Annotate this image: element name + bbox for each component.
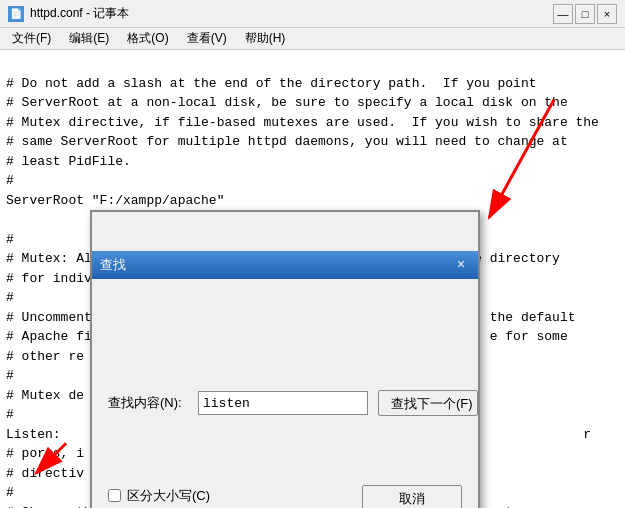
dialog-title-text: 查找 <box>100 255 126 275</box>
case-sensitive-checkbox[interactable] <box>108 489 121 502</box>
dialog-title-bar: 查找 × <box>92 251 478 279</box>
close-button[interactable]: × <box>597 4 617 24</box>
search-row: 查找内容(N): 查找下一个(F) <box>108 390 462 416</box>
find-dialog: 查找 × 查找内容(N): 查找下一个(F) 区分大小写(C) 取消 方向 <box>90 210 480 508</box>
menu-help[interactable]: 帮助(H) <box>237 28 294 49</box>
search-label: 查找内容(N): <box>108 393 198 413</box>
dialog-body: 查找内容(N): 查找下一个(F) 区分大小写(C) 取消 方向 向上(U) <box>92 318 478 509</box>
menu-edit[interactable]: 编辑(E) <box>61 28 117 49</box>
window-controls[interactable]: — □ × <box>553 4 617 24</box>
maximize-button[interactable]: □ <box>575 4 595 24</box>
dialog-close-button[interactable]: × <box>452 256 470 274</box>
title-bar: 📄 httpd.conf - 记事本 — □ × <box>0 0 625 28</box>
app-icon: 📄 <box>8 6 24 22</box>
minimize-button[interactable]: — <box>553 4 573 24</box>
menu-format[interactable]: 格式(O) <box>119 28 176 49</box>
case-sensitive-row: 区分大小写(C) <box>108 486 210 506</box>
case-sensitive-label: 区分大小写(C) <box>127 486 210 506</box>
menu-bar: 文件(F) 编辑(E) 格式(O) 查看(V) 帮助(H) <box>0 28 625 50</box>
menu-view[interactable]: 查看(V) <box>179 28 235 49</box>
window-title: httpd.conf - 记事本 <box>30 5 553 22</box>
cancel-button[interactable]: 取消 <box>362 485 462 509</box>
menu-file[interactable]: 文件(F) <box>4 28 59 49</box>
find-next-button[interactable]: 查找下一个(F) <box>378 390 478 416</box>
search-input[interactable] <box>198 391 368 415</box>
text-editor[interactable]: # Do not add a slash at the end of the d… <box>0 50 625 508</box>
